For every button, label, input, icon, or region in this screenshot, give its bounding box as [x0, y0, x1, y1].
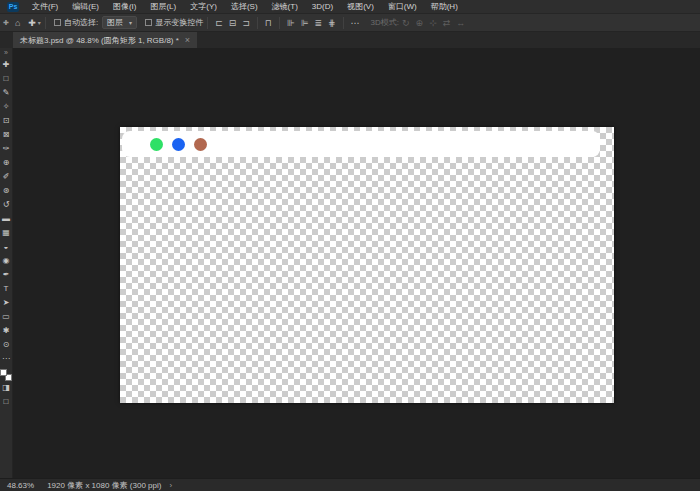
distribute-h-icon[interactable]: ⊫ [298, 14, 312, 32]
close-tab-icon[interactable]: × [185, 35, 190, 45]
clone-stamp-tool-button[interactable]: ⊛ [0, 184, 13, 198]
align-top-icon[interactable]: ⊓ [262, 14, 275, 32]
blur-tool-button[interactable]: ◒ [0, 240, 13, 254]
3d-slide-icon: ⇄ [440, 14, 454, 32]
distribute-heights-icon[interactable]: ≣ [311, 14, 325, 32]
auto-select-label: 自动选择: [64, 17, 98, 28]
toolbar-collapse-icon[interactable]: » [4, 48, 8, 58]
chevron-down-icon: ▾ [129, 19, 132, 26]
object-selection-tool-button[interactable]: ✧ [0, 100, 13, 114]
document-tab-title: 未标题3.psd @ 48.8% (圆角矩形 1, RGB/8) * [20, 35, 179, 46]
zoom-tool-button[interactable]: ⊙ [0, 338, 13, 352]
distribute-v-icon[interactable]: ⊪ [284, 14, 298, 32]
gradient-tool-button[interactable]: ▦ [0, 226, 13, 240]
healing-tool-button[interactable]: ⊕ [0, 156, 13, 170]
show-transform-checkbox[interactable] [145, 19, 152, 26]
foreground-color-swatch[interactable] [0, 369, 7, 376]
3d-pan-icon: ⊹ [426, 14, 440, 32]
menu-select[interactable]: 选择(S) [224, 0, 265, 14]
edit-toolbar-icon[interactable]: ⋯ [0, 352, 13, 366]
menu-window[interactable]: 窗口(W) [381, 0, 424, 14]
eyedropper-tool-button[interactable]: ✑ [0, 142, 13, 156]
more-options-icon[interactable]: ⋯ [348, 14, 363, 32]
tool-preset-icon[interactable]: ✚ [0, 14, 11, 32]
menu-image[interactable]: 图像(I) [106, 0, 144, 14]
divider [207, 17, 208, 29]
menu-file[interactable]: 文件(F) [25, 0, 65, 14]
hand-tool-button[interactable]: ✱ [0, 324, 13, 338]
tool-options-bar: ✚ ⌂ ✚ ▾ 自动选择: 图层 ▾ 显示变换控件 ⊏ ⊟ ⊐ ⊓ ⊪ ⊫ ≣ … [0, 14, 700, 32]
menu-filter[interactable]: 滤镜(T) [265, 0, 305, 14]
brush-tool-button[interactable]: ✐ [0, 170, 13, 184]
menu-3d[interactable]: 3D(D) [305, 0, 340, 14]
status-bar: 48.63% 1920 像素 x 1080 像素 (300 ppi) › [0, 478, 700, 491]
3d-orbit-icon: ↻ [399, 14, 413, 32]
menu-view[interactable]: 视图(V) [340, 0, 381, 14]
type-tool-button[interactable]: T [0, 282, 13, 296]
frame-tool-button[interactable]: ⊠ [0, 128, 13, 142]
move-tool-caret-icon[interactable]: ▾ [38, 19, 41, 26]
divider [343, 17, 344, 29]
auto-select-value: 图层 [107, 17, 123, 28]
marquee-tool-button[interactable]: □ [0, 72, 13, 86]
3d-zoom-icon: ↔ [453, 14, 468, 32]
crop-tool-button[interactable]: ⊡ [0, 114, 13, 128]
divider [279, 17, 280, 29]
3d-roll-icon: ⊕ [413, 14, 427, 32]
quick-mask-button[interactable]: ◨ [0, 381, 13, 395]
pen-tool-button[interactable]: ✒ [0, 268, 13, 282]
3d-mode-label: 3D模式: [371, 17, 399, 28]
divider [257, 17, 258, 29]
distribute-widths-icon[interactable]: ⋕ [325, 14, 339, 32]
zoom-level-field[interactable]: 48.63% [4, 481, 37, 490]
dodge-tool-button[interactable]: ◉ [0, 254, 13, 268]
auto-select-checkbox[interactable] [54, 19, 61, 26]
status-chevron-icon[interactable]: › [169, 481, 172, 490]
path-selection-tool-button[interactable]: ➤ [0, 296, 13, 310]
photoshop-logo-icon: Ps [7, 2, 19, 12]
document-tab-bar: 未标题3.psd @ 48.8% (圆角矩形 1, RGB/8) * × [0, 32, 700, 48]
shape-tool-button[interactable]: ▭ [0, 310, 13, 324]
color-swatches[interactable] [0, 369, 12, 381]
photoshop-window: Ps 文件(F) 编辑(E) 图像(I) 图层(L) 文字(Y) 选择(S) 滤… [0, 0, 700, 491]
align-left-icon[interactable]: ⊏ [212, 14, 226, 32]
show-transform-label: 显示变换控件 [155, 17, 203, 28]
blue-dot [172, 138, 185, 151]
lasso-tool-button[interactable]: ✎ [0, 86, 13, 100]
tools-panel: » ✚ □ ✎ ✧ ⊡ ⊠ ✑ ⊕ ✐ ⊛ ↺ ▬ ▦ ◒ ◉ ✒ T ➤ ▭ … [0, 48, 13, 478]
pasteboard [13, 48, 700, 478]
move-tool-button[interactable]: ✚ [0, 58, 13, 72]
history-brush-tool-button[interactable]: ↺ [0, 198, 13, 212]
brown-dot [194, 138, 207, 151]
menu-edit[interactable]: 编辑(E) [65, 0, 106, 14]
menu-type[interactable]: 文字(Y) [183, 0, 224, 14]
align-right-icon[interactable]: ⊐ [239, 14, 253, 32]
home-icon[interactable]: ⌂ [11, 14, 24, 32]
screen-mode-button[interactable]: □ [0, 395, 13, 409]
align-center-h-icon[interactable]: ⊟ [226, 14, 240, 32]
document-canvas[interactable] [120, 127, 614, 403]
menu-help[interactable]: 帮助(H) [424, 0, 465, 14]
rounded-rectangle-layer [122, 131, 600, 157]
green-dot [150, 138, 163, 151]
document-tab[interactable]: 未标题3.psd @ 48.8% (圆角矩形 1, RGB/8) * × [13, 32, 197, 48]
auto-select-dropdown[interactable]: 图层 ▾ [102, 16, 137, 29]
eraser-tool-button[interactable]: ▬ [0, 212, 13, 226]
document-info: 1920 像素 x 1080 像素 (300 ppi) [47, 480, 161, 491]
menu-bar: Ps 文件(F) 编辑(E) 图像(I) 图层(L) 文字(Y) 选择(S) 滤… [0, 0, 700, 14]
menu-layer[interactable]: 图层(L) [143, 0, 183, 14]
divider [45, 17, 46, 29]
